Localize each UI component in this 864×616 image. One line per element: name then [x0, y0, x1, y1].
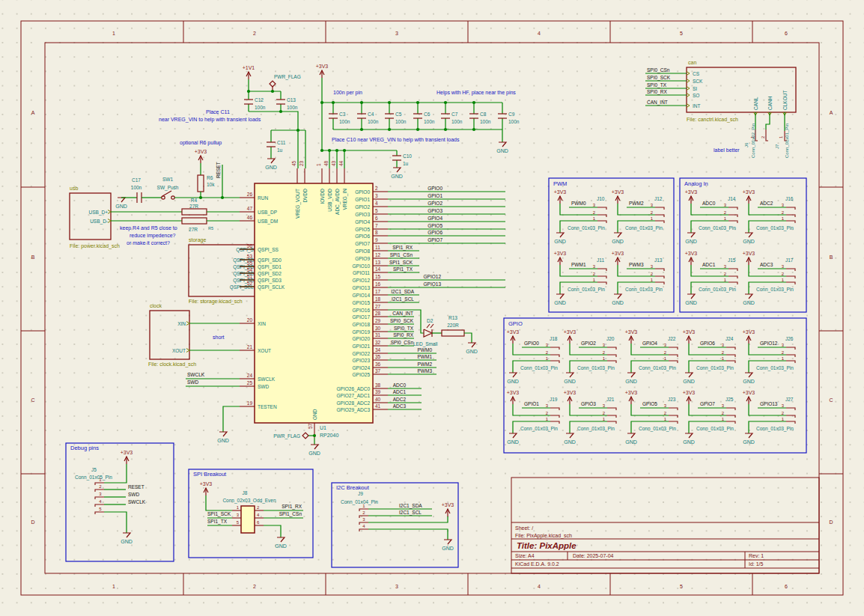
pin-number[interactable]: 2 — [664, 350, 667, 355]
gnd-label[interactable]: GND — [743, 379, 755, 384]
pin-number[interactable]: 18 — [375, 296, 381, 302]
connector-ref[interactable]: J20 — [606, 336, 615, 341]
pin-number[interactable]: 23 — [299, 160, 304, 166]
connector-pin[interactable] — [786, 355, 795, 357]
pin-number[interactable]: 1 — [782, 356, 785, 361]
net-label[interactable]: I2C1_SDA — [391, 289, 414, 295]
pin-number[interactable]: 3 — [782, 403, 785, 408]
connector-pin[interactable] — [655, 282, 664, 284]
pin-number[interactable]: 2 — [761, 135, 765, 138]
net-label[interactable]: SPI1_SCK — [389, 260, 413, 266]
capacitor-ref[interactable]: C12 — [255, 97, 264, 103]
pin-number[interactable]: 1 — [782, 216, 785, 221]
p3v3-symbol[interactable]: +3V3 — [685, 189, 698, 195]
note-text[interactable]: near VREG_VIN to help with transient loa… — [159, 117, 261, 123]
connector-value[interactable]: Conn_01x03_Pin — [639, 365, 676, 371]
gnd-label[interactable]: GND — [612, 300, 624, 305]
pin-number[interactable]: 2 — [782, 272, 785, 276]
connector-pin[interactable] — [786, 207, 795, 210]
pin-number[interactable]: 5 — [375, 208, 378, 213]
p3v3-symbol[interactable]: +3V3 — [554, 251, 567, 256]
gnd-symbol[interactable] — [685, 433, 693, 438]
connector-pin[interactable] — [728, 207, 737, 210]
gnd-label[interactable]: GND — [743, 300, 755, 305]
pin-name[interactable]: GND — [312, 409, 317, 420]
p3v3-symbol[interactable]: +3V3 — [685, 251, 698, 256]
pin-number[interactable]: 4 — [99, 499, 102, 504]
connector-pin[interactable] — [766, 129, 768, 141]
connector-ref[interactable]: J12 — [654, 196, 663, 201]
connector-pin[interactable] — [728, 269, 737, 271]
gnd-label[interactable]: GND — [466, 349, 478, 354]
pin-number[interactable]: 2 — [722, 350, 725, 355]
connector-value[interactable]: Conn_01x05_Pin — [75, 475, 112, 481]
led-symbol[interactable] — [424, 329, 432, 337]
connector-value[interactable]: Conn_01x03_Pin — [756, 225, 794, 231]
pwr-flag-symbol[interactable] — [270, 81, 276, 87]
pin-number[interactable]: 13 — [375, 260, 381, 265]
pin-number[interactable]: 25 — [247, 380, 253, 385]
connector-pin[interactable] — [655, 269, 664, 271]
debug-box[interactable] — [66, 443, 174, 561]
connector-ref[interactable]: J23 — [668, 397, 676, 402]
pin-name[interactable]: XOUT — [258, 348, 271, 353]
capacitor-ref[interactable]: C8 — [480, 112, 487, 117]
pin-number[interactable]: 29 — [375, 318, 381, 323]
connector-pin[interactable] — [655, 221, 664, 223]
gnd-label[interactable]: GND — [442, 546, 454, 551]
capacitor-value[interactable]: 100n — [508, 119, 520, 124]
pin-name[interactable]: GPIO10 — [353, 263, 371, 269]
pin-number[interactable]: 1 — [546, 356, 549, 361]
connector-pin[interactable] — [669, 361, 678, 363]
pin-number[interactable]: 51 — [247, 274, 253, 279]
connector-pin[interactable] — [597, 221, 606, 223]
connector-value[interactable]: Conn_01x03_Pin — [699, 225, 736, 231]
junction[interactable] — [332, 101, 335, 104]
pin-number[interactable]: 1 — [316, 163, 321, 166]
sheet-pin-label[interactable]: SI — [693, 86, 697, 91]
pin-number[interactable]: 15 — [375, 274, 381, 279]
net-label[interactable]: I2C1_SDA — [399, 503, 422, 509]
junction[interactable] — [416, 128, 419, 131]
pin-number[interactable]: 21 — [247, 344, 253, 350]
pin-name[interactable]: GPIO21 — [353, 344, 371, 349]
note-text[interactable]: label better — [714, 147, 740, 153]
gnd-label[interactable]: GND — [115, 204, 127, 209]
connector-value[interactable]: Conn_01x03_Pin — [577, 365, 615, 371]
resistor-r13[interactable] — [442, 330, 464, 336]
connector-pin[interactable] — [607, 355, 616, 357]
pin-number[interactable]: 28 — [375, 311, 381, 316]
i2c-breakout-title[interactable]: I2C Breakout — [336, 484, 370, 491]
net-label[interactable]: ADC0 — [702, 201, 716, 206]
pin-name[interactable]: VREG_VOUT — [295, 189, 301, 219]
pin-name[interactable]: GPIO8 — [355, 248, 370, 254]
pin-number[interactable]: 2 — [724, 272, 727, 276]
gnd-label[interactable]: GND — [683, 379, 695, 384]
pin-number[interactable]: 37 — [375, 368, 381, 373]
connector-ref[interactable]: J19 — [550, 397, 558, 402]
pin-number[interactable]: 2 — [722, 411, 725, 415]
pin-number[interactable]: 46 — [247, 215, 253, 220]
pin-name[interactable]: GPIO16 — [353, 308, 371, 313]
pin-number[interactable]: 1 — [779, 135, 783, 138]
pin-number[interactable]: 14 — [375, 266, 381, 272]
connector-pin[interactable] — [655, 207, 664, 210]
pin-number[interactable]: 2 — [603, 411, 606, 415]
pin-name[interactable]: GPIO9 — [355, 256, 370, 261]
pin-name[interactable]: ADC_AVDD — [335, 189, 341, 215]
pin-number[interactable]: 2 — [651, 210, 654, 215]
connector-pin[interactable] — [607, 347, 616, 350]
gnd-symbol[interactable] — [499, 142, 506, 147]
net-label[interactable]: RESET — [128, 484, 144, 490]
pin-name[interactable]: SWCLK — [258, 376, 276, 382]
capacitor-value[interactable]: 100n — [424, 119, 435, 124]
net-label[interactable]: SPI1_RX — [282, 504, 302, 510]
net-label[interactable]: GPIO0 — [428, 186, 442, 191]
sheet-pin-label[interactable]: INT — [693, 103, 701, 109]
sheet-pin-label[interactable]: CANL — [753, 97, 758, 110]
led-symbol[interactable] — [431, 324, 433, 328]
pin-number[interactable]: 2 — [99, 484, 102, 489]
capacitor-ref[interactable]: C6 — [424, 112, 431, 117]
net-label[interactable]: SWCLK — [187, 372, 205, 377]
capacitor-value[interactable]: 100n — [287, 105, 298, 110]
